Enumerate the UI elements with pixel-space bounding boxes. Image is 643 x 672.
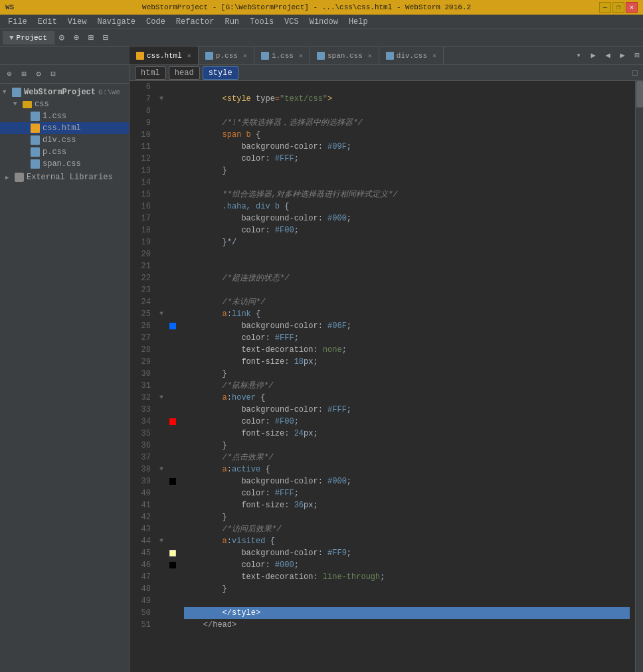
fold-arrow-icon[interactable]: ▼ bbox=[159, 95, 163, 102]
code-line-13[interactable]: } bbox=[184, 165, 630, 177]
code-line-43[interactable]: /*访问后效果*/ bbox=[184, 523, 630, 535]
code-line-45[interactable]: background-color: #FF9; bbox=[184, 547, 630, 559]
file-tab-1css[interactable]: 1.css✕ bbox=[254, 46, 310, 64]
code-line-19[interactable]: }*/ bbox=[184, 236, 630, 248]
project-tab[interactable]: ▼ Project bbox=[3, 31, 54, 44]
menu-item-navigate[interactable]: Navigate bbox=[92, 16, 141, 28]
code-line-48[interactable]: } bbox=[184, 583, 630, 595]
code-line-7[interactable]: <style type="text/css"> bbox=[184, 93, 630, 105]
code-line-12[interactable]: color: #FFF; bbox=[184, 153, 630, 165]
menu-item-refactor[interactable]: Refactor bbox=[171, 16, 220, 28]
code-line-20[interactable] bbox=[184, 248, 630, 260]
back-button[interactable]: ◀ bbox=[602, 50, 614, 62]
code-line-50[interactable]: </style> bbox=[184, 607, 630, 619]
code-line-23[interactable] bbox=[184, 284, 630, 296]
code-line-30[interactable]: } bbox=[184, 368, 630, 380]
tab-close-icon[interactable]: ✕ bbox=[187, 52, 191, 60]
code-line-6[interactable] bbox=[184, 81, 630, 93]
code-line-22[interactable]: /*超连接的状态*/ bbox=[184, 272, 630, 284]
code-line-27[interactable]: color: #FFF; bbox=[184, 332, 630, 344]
code-line-10[interactable]: span b { bbox=[184, 129, 630, 141]
tree-item-1css[interactable]: 1.css bbox=[0, 110, 129, 122]
breadcrumb-tab-html[interactable]: html bbox=[135, 66, 166, 80]
external-libraries[interactable]: ▶ External Libraries bbox=[0, 170, 129, 185]
menu-item-tools[interactable]: Tools bbox=[244, 16, 279, 28]
toolbar-btn-0[interactable]: ⚙ bbox=[54, 31, 69, 45]
menu-item-edit[interactable]: Edit bbox=[33, 16, 62, 28]
sidebar-toolbar-btn-2[interactable]: ⚙ bbox=[32, 68, 45, 81]
code-line-31[interactable]: /*鼠标悬停*/ bbox=[184, 380, 630, 392]
tree-item-css-folder[interactable]: ▼ css bbox=[0, 98, 129, 110]
forward-button[interactable]: ▶ bbox=[616, 50, 628, 62]
code-line-21[interactable] bbox=[184, 260, 630, 272]
fold-icon-32[interactable]: ▼ bbox=[156, 392, 167, 404]
code-line-39[interactable]: background-color: #000; bbox=[184, 475, 630, 487]
code-line-38[interactable]: a:active { bbox=[184, 463, 630, 475]
code-line-24[interactable]: /*未访问*/ bbox=[184, 296, 630, 308]
tab-close-icon[interactable]: ✕ bbox=[299, 52, 303, 60]
code-line-25[interactable]: a:link { bbox=[184, 308, 630, 320]
breadcrumb-tab-head[interactable]: head bbox=[169, 66, 200, 80]
code-line-17[interactable]: background-color: #000; bbox=[184, 212, 630, 224]
code-line-47[interactable]: text-decoration: line-through; bbox=[184, 571, 630, 583]
code-line-35[interactable]: font-size: 24px; bbox=[184, 428, 630, 440]
tab-close-icon[interactable]: ✕ bbox=[432, 52, 436, 60]
code-line-46[interactable]: color: #000; bbox=[184, 559, 630, 571]
sidebar-toolbar-btn-3[interactable]: ⊟ bbox=[46, 68, 60, 81]
right-scrollbar[interactable] bbox=[635, 81, 643, 672]
tree-item-project-root[interactable]: ▼ WebStormProject G:\We bbox=[0, 86, 129, 98]
code-line-33[interactable]: background-color: #FFF; bbox=[184, 404, 630, 416]
code-line-14[interactable] bbox=[184, 177, 630, 189]
fold-arrow-icon[interactable]: ▼ bbox=[159, 465, 163, 473]
code-line-37[interactable]: /*点击效果*/ bbox=[184, 452, 630, 463]
code-line-9[interactable]: /*!*关联选择器，选择器中的选择器*/ bbox=[184, 117, 630, 129]
minimize-button[interactable]: — bbox=[599, 2, 611, 13]
code-area[interactable]: 6789101112131415161718192021222324252627… bbox=[130, 81, 643, 672]
menu-item-help[interactable]: Help bbox=[343, 16, 373, 28]
menu-item-code[interactable]: Code bbox=[141, 16, 171, 28]
code-line-40[interactable]: color: #FFF; bbox=[184, 487, 630, 499]
menu-item-file[interactable]: File bbox=[3, 16, 33, 28]
menu-item-vcs[interactable]: VCS bbox=[279, 16, 304, 28]
file-tab-csshtml[interactable]: css.html✕ bbox=[130, 46, 199, 64]
breadcrumb-tab-style[interactable]: style bbox=[203, 66, 238, 80]
code-line-11[interactable]: background-color: #09F; bbox=[184, 141, 630, 153]
toolbar-btn-1[interactable]: ⊕ bbox=[69, 31, 84, 45]
code-line-34[interactable]: color: #F00; bbox=[184, 416, 630, 428]
menu-item-window[interactable]: Window bbox=[304, 16, 343, 28]
menu-item-run[interactable]: Run bbox=[219, 16, 244, 28]
close-button[interactable]: ✕ bbox=[626, 2, 638, 13]
code-line-44[interactable]: a:visited { bbox=[184, 535, 630, 547]
file-tab-pcss[interactable]: p.css✕ bbox=[199, 46, 254, 64]
fold-icon-38[interactable]: ▼ bbox=[156, 463, 167, 475]
tree-item-csshtml[interactable]: css.html bbox=[0, 122, 129, 134]
code-line-49[interactable] bbox=[184, 595, 630, 607]
code-line-32[interactable]: a:hover { bbox=[184, 392, 630, 404]
sidebar-toolbar-btn-1[interactable]: ⊞ bbox=[17, 68, 31, 81]
play-button[interactable]: ▶ bbox=[587, 50, 599, 62]
fold-icon-44[interactable]: ▼ bbox=[156, 535, 167, 547]
code-line-8[interactable] bbox=[184, 105, 630, 117]
tab-close-icon[interactable]: ✕ bbox=[243, 52, 247, 60]
menu-item-view[interactable]: View bbox=[62, 16, 92, 28]
fold-arrow-icon[interactable]: ▼ bbox=[159, 310, 163, 317]
code-line-26[interactable]: background-color: #06F; bbox=[184, 320, 630, 332]
toolbar-btn-2[interactable]: ⊞ bbox=[84, 31, 98, 45]
tree-item-spancss[interactable]: span.css bbox=[0, 158, 129, 170]
fold-arrow-icon[interactable]: ▼ bbox=[159, 537, 163, 545]
file-tab-divcss[interactable]: div.css✕ bbox=[379, 46, 444, 64]
code-line-15[interactable]: **组合选择器,对多种选择器进行相同样式定义*/ bbox=[184, 189, 630, 201]
scroll-thumb[interactable] bbox=[636, 81, 643, 108]
expand-button[interactable]: ⊡ bbox=[631, 50, 643, 62]
code-line-51[interactable]: </head> bbox=[184, 619, 630, 631]
fold-arrow-icon[interactable]: ▼ bbox=[159, 394, 163, 401]
code-content[interactable]: <style type="text/css"> /*!*关联选择器，选择器中的选… bbox=[179, 81, 635, 672]
tree-item-divcss[interactable]: div.css bbox=[0, 134, 129, 146]
sidebar-toolbar-btn-0[interactable]: ⊕ bbox=[3, 68, 16, 81]
code-line-42[interactable]: } bbox=[184, 511, 630, 523]
toolbar-btn-3[interactable]: ⊟ bbox=[98, 31, 113, 45]
code-line-28[interactable]: text-decoration: none; bbox=[184, 344, 630, 356]
tree-item-pcss[interactable]: p.css bbox=[0, 146, 129, 158]
code-line-41[interactable]: font-size: 36px; bbox=[184, 499, 630, 511]
fold-icon-7[interactable]: ▼ bbox=[156, 93, 167, 105]
